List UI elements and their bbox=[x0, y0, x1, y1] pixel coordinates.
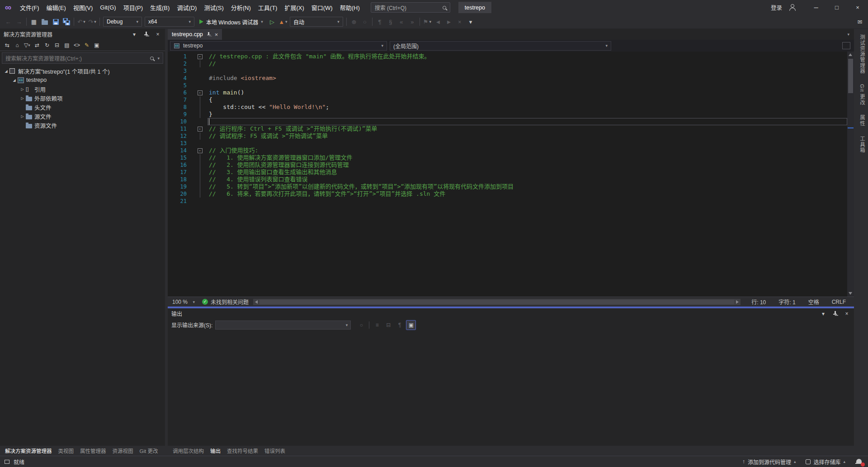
close-icon[interactable]: × bbox=[843, 310, 850, 317]
scroll-left-icon[interactable] bbox=[255, 300, 258, 304]
menu-item[interactable]: 分析(N) bbox=[227, 0, 255, 15]
fold-margin[interactable] bbox=[192, 125, 208, 132]
menu-item[interactable]: 调试(D) bbox=[173, 0, 200, 15]
expander-icon[interactable]: ◢ bbox=[11, 78, 18, 82]
find-message-icon[interactable]: ○ bbox=[356, 320, 366, 330]
code-view-icon[interactable]: <> bbox=[72, 41, 81, 50]
menu-item[interactable]: 测试(S) bbox=[200, 0, 227, 15]
chevron-down-icon[interactable] bbox=[157, 56, 160, 61]
send-feedback-icon[interactable]: ✉ bbox=[854, 16, 865, 27]
split-window-icon[interactable] bbox=[842, 42, 850, 49]
menu-item[interactable]: 文件(F) bbox=[16, 0, 43, 15]
next-bookmark-icon[interactable]: ► bbox=[443, 16, 454, 27]
output-source-combo[interactable] bbox=[215, 321, 351, 330]
tool-tab[interactable]: 错误列表 bbox=[261, 446, 288, 456]
code-line[interactable]: 3 bbox=[168, 67, 847, 75]
tree-item[interactable]: 资源文件 bbox=[0, 121, 165, 130]
pin-icon[interactable] bbox=[142, 31, 150, 38]
menu-item[interactable]: 编辑(E) bbox=[43, 0, 70, 15]
output-content[interactable] bbox=[168, 331, 854, 446]
preview-selected-icon[interactable]: ▣ bbox=[92, 41, 101, 50]
tree-item[interactable]: ◢解决方案"testrepo"(1 个项目/共 1 个) bbox=[0, 66, 165, 75]
menu-item[interactable]: 帮助(H) bbox=[336, 0, 363, 15]
code-line[interactable]: 10 bbox=[168, 118, 847, 125]
scroll-up-icon[interactable] bbox=[849, 53, 852, 56]
code-line[interactable]: 9} bbox=[168, 111, 847, 118]
find-in-files-icon[interactable]: ○ bbox=[359, 16, 370, 27]
code-line[interactable]: 5 bbox=[168, 82, 847, 89]
increase-indent-icon[interactable]: » bbox=[407, 16, 418, 27]
code-line[interactable]: 6int main() bbox=[168, 89, 847, 96]
code-line[interactable]: 16// 2. 使用团队资源管理器窗口连接到源代码管理 bbox=[168, 161, 847, 169]
code-line[interactable]: 11// 运行程序: Ctrl + F5 或调试 >“开始执行(不调试)”菜单 bbox=[168, 125, 847, 132]
code-line[interactable]: 14// 入门使用技巧: bbox=[168, 147, 847, 154]
autohide-tab[interactable]: 属性 bbox=[859, 115, 866, 126]
menu-item[interactable]: 窗口(W) bbox=[308, 0, 336, 15]
word-wrap-icon[interactable]: ¶ bbox=[395, 320, 405, 330]
expander-icon[interactable]: ▷ bbox=[19, 114, 26, 118]
tool-tab[interactable]: 属性管理器 bbox=[77, 446, 109, 456]
hscroll-thumb[interactable] bbox=[259, 300, 734, 304]
show-all-files-icon[interactable]: ▤ bbox=[62, 41, 71, 50]
tool-tab[interactable]: 查找符号结果 bbox=[224, 446, 261, 456]
save-all-icon[interactable] bbox=[61, 16, 72, 27]
code-line[interactable]: 8 std::cout << "Hello World!\n"; bbox=[168, 104, 847, 111]
autohide-tab[interactable]: 工具箱 bbox=[859, 136, 866, 153]
collapse-all-icon[interactable]: ⊟ bbox=[52, 41, 61, 50]
redo-icon[interactable]: ↷ bbox=[87, 16, 98, 27]
clear-all-icon[interactable]: ⊟ bbox=[383, 320, 393, 330]
menu-item[interactable]: 视图(V) bbox=[70, 0, 96, 15]
tool-tab[interactable]: 解决方案资源管理器 bbox=[2, 446, 55, 456]
code-line[interactable]: 2// bbox=[168, 60, 847, 67]
status-spaces[interactable]: 空格 bbox=[808, 298, 819, 306]
solution-platforms-combo[interactable]: x64 bbox=[145, 17, 194, 27]
code-line[interactable]: 19// 5. 转到“项目”>“添加新项”以创建新的代码文件，或转到“项目”>“… bbox=[168, 183, 847, 190]
hot-reload-icon[interactable]: ▲ bbox=[278, 16, 288, 27]
tool-tab[interactable]: 资源视图 bbox=[109, 446, 137, 456]
tree-item[interactable]: ▷外部依赖项 bbox=[0, 94, 165, 103]
menu-item[interactable]: 扩展(X) bbox=[281, 0, 307, 15]
menu-item[interactable]: 工具(T) bbox=[255, 0, 281, 15]
project-combo[interactable]: testrepo bbox=[170, 41, 387, 51]
navigate-forward-icon[interactable]: → bbox=[14, 16, 24, 27]
tool-tab[interactable]: 输出 bbox=[207, 446, 224, 456]
close-icon[interactable]: × bbox=[154, 31, 161, 38]
expander-icon[interactable]: ◢ bbox=[3, 69, 9, 73]
decrease-indent-icon[interactable]: « bbox=[396, 16, 407, 27]
select-repository-button[interactable]: 选择存储库 bbox=[806, 458, 845, 466]
toolbar-options-icon[interactable]: ▾ bbox=[465, 16, 476, 27]
add-to-source-control-button[interactable]: 添加到源代码管理 bbox=[742, 458, 796, 466]
code-line[interactable]: 18// 4. 使用错误列表窗口查看错误 bbox=[168, 176, 847, 183]
clear-bookmarks-icon[interactable]: × bbox=[454, 16, 465, 27]
maximize-button[interactable]: □ bbox=[826, 0, 847, 15]
new-project-icon[interactable]: ▦ bbox=[28, 16, 39, 27]
close-button[interactable]: × bbox=[847, 0, 868, 15]
tool-tab[interactable]: Git 更改 bbox=[137, 446, 161, 456]
fold-margin[interactable] bbox=[192, 147, 208, 154]
tree-item[interactable]: ▷源文件 bbox=[0, 112, 165, 121]
fold-margin[interactable] bbox=[192, 53, 208, 60]
code-area[interactable]: 1// testrepo.cpp : 此文件包含 "main" 函数。程序执行将… bbox=[168, 52, 847, 297]
horizontal-scrollbar[interactable] bbox=[253, 299, 741, 305]
code-line[interactable]: 4#include <iostream> bbox=[168, 75, 847, 82]
tool-tab[interactable]: 调用层次结构 bbox=[170, 446, 207, 456]
code-line[interactable]: 12// 调试程序: F5 或调试 >“开始调试”菜单 bbox=[168, 132, 847, 140]
code-line[interactable]: 21 bbox=[168, 198, 847, 205]
open-file-icon[interactable] bbox=[39, 16, 50, 27]
menu-item[interactable]: 生成(B) bbox=[146, 0, 173, 15]
expander-icon[interactable]: ▷ bbox=[19, 87, 26, 91]
document-list-icon[interactable] bbox=[847, 32, 849, 37]
code-line[interactable]: 17// 3. 使用输出窗口查看生成输出和其他消息 bbox=[168, 169, 847, 176]
notifications-bell-icon[interactable] bbox=[855, 458, 863, 465]
solution-configurations-combo[interactable]: Debug bbox=[103, 17, 142, 27]
menu-item[interactable]: 项目(P) bbox=[120, 0, 146, 15]
window-position-icon[interactable]: ▾ bbox=[131, 31, 138, 38]
pin-icon[interactable] bbox=[831, 310, 839, 317]
sign-in-link[interactable]: 登录 bbox=[771, 3, 782, 12]
background-tasks-icon[interactable] bbox=[5, 460, 9, 464]
autohide-tab[interactable]: 测试资源管理器 bbox=[859, 34, 866, 74]
sync-with-active-document-icon[interactable]: ⇄ bbox=[33, 41, 42, 50]
filter-icon[interactable]: ▽ bbox=[23, 41, 32, 50]
scroll-right-icon[interactable] bbox=[736, 300, 739, 304]
fold-margin[interactable] bbox=[192, 89, 208, 96]
